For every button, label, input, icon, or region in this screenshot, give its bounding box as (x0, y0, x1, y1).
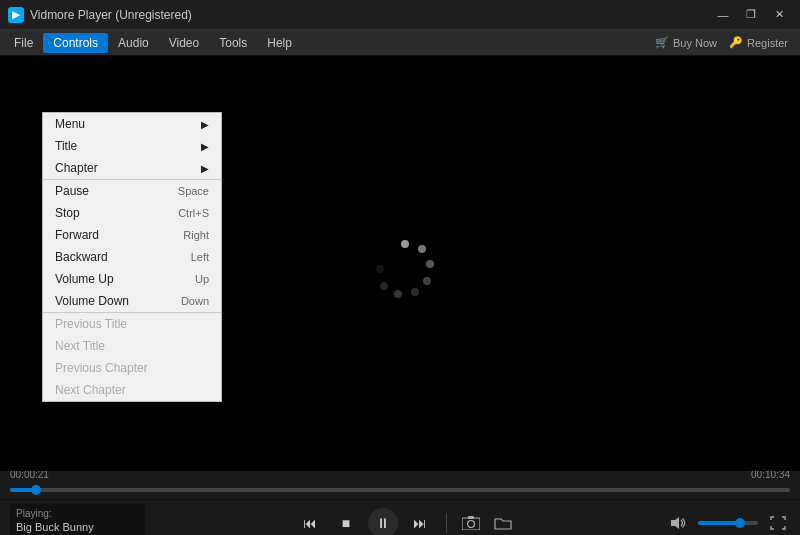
arrow-icon: ▶ (201, 119, 209, 130)
restore-button[interactable]: ❐ (738, 5, 764, 25)
rewind-button[interactable]: ⏮ (296, 509, 324, 536)
menu-tools[interactable]: Tools (209, 33, 257, 53)
menu-video[interactable]: Video (159, 33, 209, 53)
volume-area[interactable] (698, 521, 758, 525)
loading-spinner (370, 234, 430, 294)
dd-menu[interactable]: Menu ▶ (43, 113, 221, 135)
close-button[interactable]: ✕ (766, 5, 792, 25)
dd-backward[interactable]: Backward Left (43, 246, 221, 268)
dropdown-section-1: Menu ▶ Title ▶ Chapter ▶ (43, 113, 221, 180)
menu-bar: File Controls Audio Video Tools Help 🛒 B… (0, 30, 800, 56)
divider (446, 513, 447, 533)
forward-button[interactable]: ⏭ (406, 509, 434, 536)
dd-chapter[interactable]: Chapter ▶ (43, 157, 221, 179)
svg-point-7 (376, 265, 384, 273)
volume-button[interactable] (666, 511, 690, 535)
screenshot-button[interactable] (459, 511, 483, 535)
pause-button[interactable]: ⏸ (368, 508, 398, 536)
progress-fill (10, 488, 36, 492)
dd-forward[interactable]: Forward Right (43, 224, 221, 246)
dd-prev-chapter: Previous Chapter (43, 357, 221, 379)
volume-track[interactable] (698, 521, 758, 525)
stop-button[interactable]: ■ (332, 509, 360, 536)
title-bar: ▶ Vidmore Player (Unregistered) — ❐ ✕ (0, 0, 800, 30)
window-controls: — ❐ ✕ (710, 5, 792, 25)
progress-area[interactable] (0, 481, 800, 499)
svg-marker-11 (671, 517, 679, 529)
arrow-icon: ▶ (201, 163, 209, 174)
dd-volume-up[interactable]: Volume Up Up (43, 268, 221, 290)
dd-prev-title: Previous Title (43, 313, 221, 335)
register-button[interactable]: 🔑 Register (729, 36, 788, 49)
register-icon: 🔑 (729, 36, 743, 49)
volume-fill (698, 521, 740, 525)
svg-point-2 (426, 260, 434, 268)
progress-thumb (31, 485, 41, 495)
svg-point-6 (380, 282, 388, 290)
svg-point-9 (468, 520, 475, 527)
svg-point-1 (418, 245, 426, 253)
open-folder-button[interactable] (491, 511, 515, 535)
dropdown-menu: Menu ▶ Title ▶ Chapter ▶ Pause Space Sto… (42, 112, 222, 402)
minimize-button[interactable]: — (710, 5, 736, 25)
svg-point-0 (401, 240, 409, 248)
dd-title[interactable]: Title ▶ (43, 135, 221, 157)
dd-volume-down[interactable]: Volume Down Down (43, 290, 221, 312)
controls-bar: Playing: Big Buck Bunny ⏮ ■ ⏸ ⏭ (0, 499, 800, 535)
dd-stop[interactable]: Stop Ctrl+S (43, 202, 221, 224)
transport-controls: ⏮ ■ ⏸ ⏭ (151, 508, 660, 536)
playing-label: Playing: (16, 508, 139, 519)
dd-next-title: Next Title (43, 335, 221, 357)
svg-rect-10 (468, 516, 474, 519)
menu-help[interactable]: Help (257, 33, 302, 53)
svg-point-5 (394, 290, 402, 298)
track-name: Big Buck Bunny (16, 521, 139, 533)
right-controls (666, 511, 790, 535)
header-right: 🛒 Buy Now 🔑 Register (655, 36, 796, 49)
arrow-icon: ▶ (201, 141, 209, 152)
menu-audio[interactable]: Audio (108, 33, 159, 53)
fullscreen-button[interactable] (766, 511, 790, 535)
svg-point-4 (411, 288, 419, 296)
dd-next-chapter: Next Chapter (43, 379, 221, 401)
dropdown-section-2: Pause Space Stop Ctrl+S Forward Right Ba… (43, 180, 221, 313)
dropdown-section-3: Previous Title Next Title Previous Chapt… (43, 313, 221, 401)
cart-icon: 🛒 (655, 36, 669, 49)
volume-thumb (735, 518, 745, 528)
menu-file[interactable]: File (4, 33, 43, 53)
dd-pause[interactable]: Pause Space (43, 180, 221, 202)
menu-controls[interactable]: Controls (43, 33, 108, 53)
svg-point-3 (423, 277, 431, 285)
progress-track[interactable] (10, 488, 790, 492)
video-area: Menu ▶ Title ▶ Chapter ▶ Pause Space Sto… (0, 56, 800, 471)
title-text: Vidmore Player (Unregistered) (30, 8, 710, 22)
buy-now-button[interactable]: 🛒 Buy Now (655, 36, 717, 49)
svg-rect-8 (462, 518, 480, 530)
app-icon: ▶ (8, 7, 24, 23)
now-playing-panel: Playing: Big Buck Bunny (10, 504, 145, 536)
